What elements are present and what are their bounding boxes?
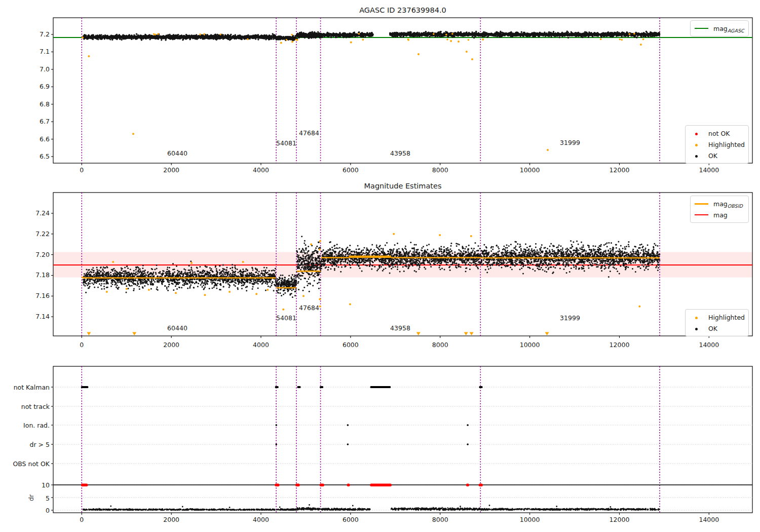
x-tick-label: 2000 [163,516,179,523]
x-tick-label: 4000 [253,516,269,523]
legend-label: magAGASC [713,25,744,32]
legend-row: OK [690,150,743,161]
row-label-dr-gt-5: dr > 5 [2,441,50,448]
x-tick-label: 12000 [610,516,630,523]
legend-label: not OK [708,130,730,137]
x-tick-label: 8000 [432,166,448,174]
legend-row: OK [690,323,743,334]
y-tick-label: 7.14 [4,313,50,320]
y-tick-label: 7.16 [4,292,50,299]
x-tick-label: 6000 [343,166,359,174]
legend-mag-obsid: magOBSID mag [690,196,749,223]
y-tick-label: 7.24 [4,209,50,217]
legend-row: mag [695,209,743,220]
legend-label: Highlighted [708,141,745,148]
green-line-swatch [695,28,708,29]
legend-label: OK [708,325,717,332]
legend-label: Highlighted [708,314,745,321]
legend-mag-agasc: magAGASC [690,20,749,36]
orange-dot-swatch [690,141,703,148]
black-dot-swatch [690,325,703,332]
x-tick-label: 8000 [432,516,448,523]
x-tick-label: 4000 [253,166,269,174]
y-tick-label: 6.9 [4,83,50,90]
red-line-swatch [695,214,708,215]
legend-row: not OK [690,128,743,139]
dr-tick-0: 0 [2,507,50,514]
x-tick-label: 14000 [699,341,719,349]
agasc-magnitude-figure: 6044054081476844395831999604405408147684… [0,0,760,532]
legend-label: OK [708,152,717,160]
dr-tick-10: 10 [2,481,50,489]
legend-mid-points: Highlighted OK [685,309,749,336]
x-tick-label: 12000 [610,341,630,349]
row-label-obs-not-ok: OBS not OK [2,460,50,468]
y-tick-label: 6.5 [4,153,50,160]
orange-dot-swatch [690,314,703,321]
legend-row: Highlighted [690,312,743,323]
orange-line-swatch [695,203,708,205]
legend-label: mag [713,211,728,219]
legend-top-points: not OK Highlighted OK [685,125,749,164]
y-tick-label: 6.8 [4,100,50,108]
x-tick-label: 0 [80,516,84,523]
middle-plot-title: Magnitude Estimates [53,182,752,190]
x-tick-label: 2000 [163,166,179,174]
y-tick-label: 7.2 [4,30,50,38]
x-tick-label: 6000 [343,516,359,523]
x-tick-label: 4000 [253,341,269,349]
svg-text:47684: 47684 [299,129,319,137]
x-tick-label: 6000 [343,341,359,349]
x-tick-label: 14000 [699,166,719,174]
y-tick-label: 7.18 [4,271,50,279]
row-label-ion-rad: Ion. rad. [2,422,50,429]
y-tick-label: 7.1 [4,48,50,55]
svg-text:43958: 43958 [390,149,410,157]
x-tick-label: 0 [80,166,84,174]
svg-text:31999: 31999 [560,139,580,146]
legend-row: Highlighted [690,139,743,150]
legend-label: magOBSID [713,200,743,208]
svg-text:54081: 54081 [276,314,296,322]
x-tick-label: 0 [80,341,84,349]
x-tick-label: 10000 [520,341,540,349]
x-tick-label: 14000 [699,516,719,523]
svg-text:31999: 31999 [560,314,580,322]
plots-canvas: 6044054081476844395831999604405408147684… [0,0,760,532]
y-tick-label: 6.7 [4,118,50,125]
svg-text:60440: 60440 [167,149,187,157]
y-tick-label: 7.0 [4,65,50,73]
legend-row: magOBSID [695,198,743,209]
y-tick-label: 7.22 [4,230,50,238]
x-tick-label: 8000 [432,341,448,349]
x-tick-label: 12000 [610,166,630,174]
y-tick-label: 7.20 [4,251,50,258]
row-label-not-kalman: not Kalman [2,384,50,391]
top-plot-title: AGASC ID 237639984.0 [53,6,752,14]
x-tick-label: 2000 [163,341,179,349]
svg-text:60440: 60440 [167,324,187,332]
svg-text:43958: 43958 [390,324,410,332]
dr-axis-label: dr [27,495,35,501]
black-dot-swatch [690,152,703,160]
red-dot-swatch [690,130,703,137]
y-tick-label: 6.6 [4,135,50,143]
dr-tick-5: 5 [2,495,50,502]
row-label-not-track: not track [2,403,50,410]
svg-text:47684: 47684 [299,304,319,312]
legend-row: magAGASC [695,23,743,34]
x-tick-label: 10000 [520,516,540,523]
x-tick-label: 10000 [520,166,540,174]
svg-text:54081: 54081 [276,139,296,147]
